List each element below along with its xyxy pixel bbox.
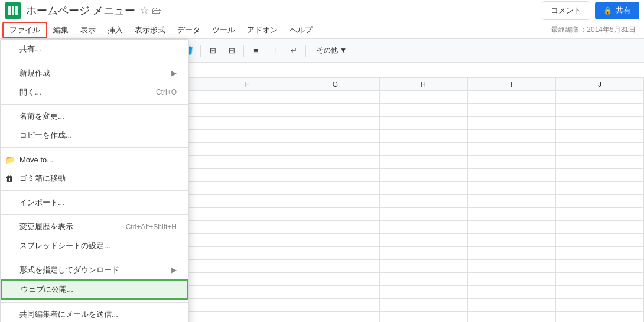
grid-cell[interactable]: [556, 130, 644, 142]
menu-item-tools[interactable]: ツール: [206, 22, 241, 38]
grid-cell[interactable]: [468, 143, 556, 155]
grid-cell[interactable]: [380, 260, 468, 272]
grid-cell[interactable]: [291, 91, 379, 103]
grid-cell[interactable]: [556, 312, 644, 322]
grid-cell[interactable]: [380, 221, 468, 233]
grid-cell[interactable]: [468, 156, 556, 168]
grid-cell[interactable]: [468, 182, 556, 194]
grid-cell[interactable]: [203, 117, 291, 129]
grid-cell[interactable]: [556, 104, 644, 116]
menu-item-data[interactable]: データ: [171, 22, 206, 38]
grid-cell[interactable]: [380, 143, 468, 155]
grid-cell[interactable]: [203, 260, 291, 272]
align-left-button[interactable]: ≡: [248, 43, 264, 59]
grid-cell[interactable]: [291, 143, 379, 155]
menu-item[interactable]: 共同編集者にメールを送信...: [1, 305, 188, 322]
grid-cell[interactable]: [556, 234, 644, 246]
grid-cell[interactable]: [556, 117, 644, 129]
grid-cell[interactable]: [291, 208, 379, 220]
menu-item[interactable]: 名前を変更...: [1, 107, 188, 126]
grid-cell[interactable]: [380, 91, 468, 103]
grid-cell[interactable]: [203, 312, 291, 322]
grid-cell[interactable]: [556, 286, 644, 298]
grid-cell[interactable]: [468, 221, 556, 233]
grid-cell[interactable]: [291, 247, 379, 259]
grid-cell[interactable]: [556, 221, 644, 233]
grid-cell[interactable]: [203, 286, 291, 298]
grid-cell[interactable]: [468, 234, 556, 246]
grid-cell[interactable]: [291, 104, 379, 116]
menu-item[interactable]: 開く...Ctrl+O: [1, 83, 188, 102]
menu-item[interactable]: インポート...: [1, 193, 188, 212]
grid-cell[interactable]: [556, 208, 644, 220]
col-header-f[interactable]: F: [203, 78, 291, 90]
grid-cell[interactable]: [380, 169, 468, 181]
grid-cell[interactable]: [203, 195, 291, 207]
menu-item-edit[interactable]: 編集: [47, 22, 74, 38]
border-button[interactable]: ⊞: [204, 43, 221, 59]
comment-button[interactable]: コメント: [542, 1, 590, 20]
grid-cell[interactable]: [291, 273, 379, 285]
menu-item-help[interactable]: ヘルプ: [284, 22, 318, 38]
grid-cell[interactable]: [556, 182, 644, 194]
grid-cell[interactable]: [468, 286, 556, 298]
grid-cell[interactable]: [203, 104, 291, 116]
menu-item-format[interactable]: 表示形式: [129, 22, 171, 38]
grid-cell[interactable]: [380, 312, 468, 322]
grid-cell[interactable]: [203, 208, 291, 220]
grid-cell[interactable]: [291, 286, 379, 298]
menu-item[interactable]: スプレッドシートの設定...: [1, 236, 188, 255]
menu-item-view[interactable]: 表示: [74, 22, 102, 38]
grid-cell[interactable]: [380, 299, 468, 311]
menu-item-addons[interactable]: アドオン: [241, 22, 284, 38]
share-button[interactable]: 🔒 共有: [595, 2, 639, 19]
grid-cell[interactable]: [468, 299, 556, 311]
grid-cell[interactable]: [468, 117, 556, 129]
valign-button[interactable]: ⊥: [266, 43, 283, 59]
grid-cell[interactable]: [556, 273, 644, 285]
grid-cell[interactable]: [291, 312, 379, 322]
grid-cell[interactable]: [291, 156, 379, 168]
grid-cell[interactable]: [291, 260, 379, 272]
grid-cell[interactable]: [468, 195, 556, 207]
menu-item[interactable]: 新規作成▶: [1, 64, 188, 83]
menu-item[interactable]: 形式を指定してダウンロード▶: [1, 261, 188, 279]
grid-cell[interactable]: [556, 156, 644, 168]
col-header-j[interactable]: J: [556, 78, 644, 90]
grid-cell[interactable]: [556, 143, 644, 155]
grid-cell[interactable]: [291, 195, 379, 207]
grid-cell[interactable]: [468, 247, 556, 259]
grid-cell[interactable]: [380, 156, 468, 168]
col-header-h[interactable]: H: [380, 78, 468, 90]
grid-cell[interactable]: [556, 299, 644, 311]
grid-cell[interactable]: [556, 91, 644, 103]
folder-icon[interactable]: 🗁: [152, 5, 161, 16]
grid-cell[interactable]: [468, 208, 556, 220]
grid-cell[interactable]: [203, 247, 291, 259]
menu-item[interactable]: 📁Move to...: [1, 150, 188, 169]
grid-cell[interactable]: [291, 299, 379, 311]
wrap-button[interactable]: ↵: [285, 43, 302, 59]
grid-cell[interactable]: [468, 260, 556, 272]
grid-cell[interactable]: [203, 130, 291, 142]
grid-cell[interactable]: [203, 91, 291, 103]
grid-cell[interactable]: [291, 169, 379, 181]
grid-cell[interactable]: [380, 208, 468, 220]
grid-cell[interactable]: [380, 130, 468, 142]
grid-cell[interactable]: [468, 273, 556, 285]
grid-cell[interactable]: [291, 130, 379, 142]
grid-cell[interactable]: [203, 273, 291, 285]
menu-item-file[interactable]: ファイル: [2, 22, 47, 38]
grid-cell[interactable]: [380, 273, 468, 285]
grid-cell[interactable]: [468, 312, 556, 322]
grid-cell[interactable]: [556, 247, 644, 259]
menu-item[interactable]: ウェブに公開...: [1, 279, 188, 300]
col-header-g[interactable]: G: [291, 78, 379, 90]
grid-cell[interactable]: [380, 247, 468, 259]
grid-cell[interactable]: [468, 91, 556, 103]
grid-cell[interactable]: [380, 117, 468, 129]
col-header-i[interactable]: I: [468, 78, 556, 90]
grid-cell[interactable]: [203, 182, 291, 194]
grid-cell[interactable]: [203, 169, 291, 181]
grid-cell[interactable]: [556, 169, 644, 181]
